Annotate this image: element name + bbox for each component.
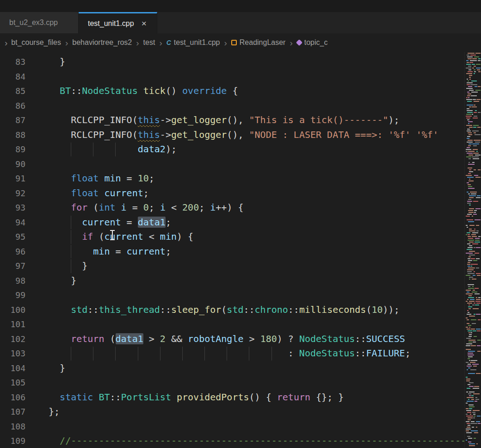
minimap-line — [477, 340, 481, 341]
line-number[interactable]: 96 — [0, 244, 25, 259]
minimap-line — [469, 127, 473, 128]
breadcrumb-item-readinglaser[interactable]: ReadingLaser — [231, 38, 286, 47]
line-number[interactable]: 97 — [0, 259, 25, 274]
breadcrumb-item-test[interactable]: test — [143, 38, 155, 47]
minimap-line — [466, 429, 471, 429]
line-number[interactable]: 94 — [0, 215, 25, 230]
code-line-text: if (current < min) { — [49, 230, 464, 244]
token: "NODE : LASER DATA ===>: '%f' '%f' — [249, 129, 438, 140]
breadcrumb-item-bt-course-files[interactable]: bt_course_files — [11, 38, 61, 47]
line-number[interactable]: 92 — [0, 186, 25, 201]
minimap-line — [476, 99, 481, 100]
minimap-line — [471, 234, 476, 235]
line-number[interactable]: 91 — [0, 171, 25, 186]
minimap-line — [474, 169, 476, 170]
code-line[interactable]: 87 RCLCPP_INFO(this->get_logger(), "This… — [0, 113, 464, 128]
minimap-line — [476, 443, 478, 444]
line-number[interactable]: 108 — [0, 419, 25, 434]
tab-bt-u2-ex3-cpp[interactable]: bt_u2_ex3.cpp — [0, 12, 79, 33]
code-line[interactable]: 96 min = current; — [0, 244, 464, 259]
close-tab-icon[interactable]: × — [142, 19, 147, 28]
minimap[interactable] — [464, 52, 481, 448]
minimap-line — [467, 436, 470, 437]
line-number[interactable]: 93 — [0, 200, 25, 215]
code-line[interactable]: 93 for (int i = 0; i < 200; i++) { — [0, 200, 464, 215]
minimap-line — [468, 210, 473, 211]
line-number[interactable]: 106 — [0, 390, 25, 405]
minimap-line — [466, 68, 471, 68]
minimap-line — [468, 93, 471, 94]
breadcrumb-item-behaviortree-ros2[interactable]: behaviortree_ros2 — [72, 38, 132, 47]
minimap-line — [472, 243, 478, 244]
line-number[interactable]: 104 — [0, 361, 25, 376]
token: ( — [132, 129, 138, 140]
token: 10 — [371, 304, 382, 315]
token: return — [71, 333, 104, 344]
line-number[interactable]: 87 — [0, 113, 25, 128]
minimap-line — [468, 145, 471, 146]
line-number[interactable]: 102 — [0, 332, 25, 347]
line-number[interactable]: 90 — [0, 157, 25, 172]
minimap-line — [472, 323, 476, 324]
line-number[interactable]: 85 — [0, 84, 25, 99]
token: if — [82, 231, 93, 242]
minimap-line — [477, 127, 481, 128]
code-line[interactable]: 85 BT::NodeStatus tick() override { — [0, 84, 464, 99]
line-number[interactable]: 103 — [0, 346, 25, 361]
line-number[interactable]: 88 — [0, 128, 25, 143]
code-line[interactable]: 101 — [0, 317, 464, 332]
minimap-line — [468, 353, 473, 354]
editor[interactable]: 83 }8485 BT::NodeStatus tick() override … — [0, 52, 481, 448]
code-line[interactable]: 86 — [0, 99, 464, 113]
code-line[interactable]: 89 data2); — [0, 142, 464, 157]
breadcrumb-item-topic-c[interactable]: topic_c — [297, 38, 328, 47]
minimap-line — [467, 369, 468, 370]
line-number[interactable]: 105 — [0, 375, 25, 390]
code-line[interactable]: 84 — [0, 69, 464, 84]
token: } — [49, 362, 65, 373]
line-number[interactable]: 100 — [0, 303, 25, 317]
code-line[interactable]: 88 RCLCPP_INFO(this->get_logger(), "NODE… — [0, 128, 464, 143]
code-line[interactable]: 90 — [0, 157, 464, 172]
code-line[interactable]: 100 std::this_thread::sleep_for(std::chr… — [0, 303, 464, 317]
code-line[interactable]: 103 : NodeStatus::FAILURE; — [0, 346, 464, 361]
breadcrumb-item-test-unit1-cpp[interactable]: Ctest_unit1.cpp — [166, 38, 220, 47]
code-line[interactable]: 95 if (current < min) { — [0, 230, 464, 244]
line-number[interactable]: 109 — [0, 434, 25, 448]
code-line[interactable]: 109 //----------------------------------… — [0, 434, 464, 448]
line-number[interactable]: 95 — [0, 230, 25, 244]
line-number[interactable]: 86 — [0, 99, 25, 113]
code-line[interactable]: 97 } — [0, 259, 464, 274]
code-line[interactable]: 98 } — [0, 274, 464, 288]
line-number[interactable]: 83 — [0, 55, 25, 69]
code-line[interactable]: 104 } — [0, 361, 464, 376]
code-line[interactable]: 83 } — [0, 55, 464, 69]
minimap-line — [474, 175, 478, 176]
code-line[interactable]: 94 current = data1; — [0, 215, 464, 230]
minimap-line — [474, 210, 477, 211]
code-area[interactable]: 83 }8485 BT::NodeStatus tick() override … — [0, 52, 464, 448]
minimap-line — [467, 92, 469, 93]
code-line[interactable]: 106 static BT::PortsList providedPorts()… — [0, 390, 464, 405]
minimap-line — [468, 164, 475, 165]
code-line[interactable]: 99 — [0, 288, 464, 303]
code-line[interactable]: 92 float current; — [0, 186, 464, 201]
code-line[interactable]: 108 — [0, 419, 464, 434]
code-line[interactable]: 105 — [0, 375, 464, 390]
line-number[interactable]: 98 — [0, 274, 25, 288]
line-number[interactable]: 99 — [0, 288, 25, 303]
line-number[interactable]: 107 — [0, 404, 25, 419]
line-number[interactable]: 89 — [0, 142, 25, 157]
code-line[interactable]: 102 return (data1 > 2 && robotAngle > 18… — [0, 332, 464, 347]
minimap-line — [467, 214, 472, 215]
code-line[interactable]: 91 float min = 10; — [0, 171, 464, 186]
tab-test-unit1-cpp[interactable]: test_unit1.cpp × — [79, 12, 157, 33]
line-number[interactable]: 84 — [0, 69, 25, 84]
code-line[interactable]: 107}; — [0, 404, 464, 419]
minimap-line — [474, 303, 475, 304]
minimap-line — [468, 199, 471, 200]
minimap-line — [467, 110, 473, 111]
line-number[interactable]: 101 — [0, 317, 25, 332]
minimap-line — [477, 351, 481, 352]
minimap-line — [478, 58, 481, 59]
